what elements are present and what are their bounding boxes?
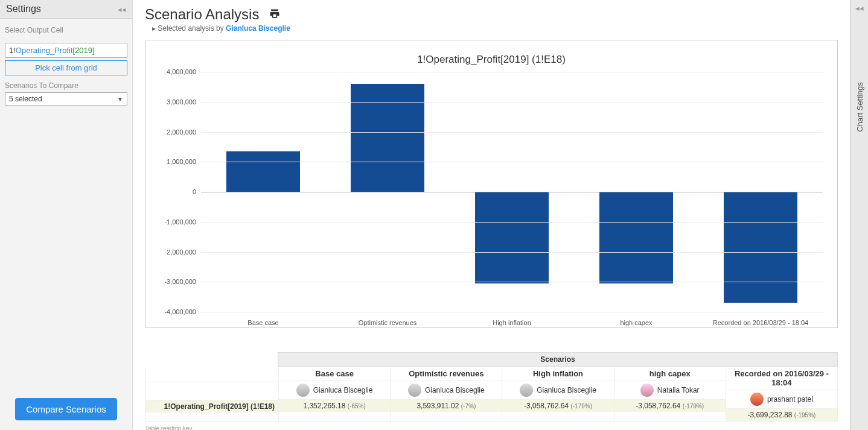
cell-ref-year: [2019]: [73, 46, 95, 55]
chart-settings-label[interactable]: Chart Settings: [855, 82, 864, 131]
gridline: [201, 132, 823, 133]
y-axis-label: 2,000,000: [154, 128, 196, 136]
user-name: Gianluca Bisceglie: [425, 386, 485, 394]
scenario-column: Optimistic revenuesGianluca Bisceglie3,5…: [390, 367, 502, 421]
gridline: [201, 282, 823, 282]
sidebar-body: Select Output Cell 1!Operating_Profit[20…: [0, 19, 132, 388]
scenarios-select-value: 5 selected: [9, 95, 42, 103]
page-title: Scenario Analysis: [145, 6, 259, 23]
user-name: Natalia Tokar: [657, 386, 700, 394]
column-user: Natalia Tokar: [614, 381, 726, 400]
gridline: [201, 162, 823, 162]
pct-change: (-65%): [348, 403, 366, 409]
y-axis-label: 1,000,000: [154, 158, 196, 165]
y-axis-label: 3,000,000: [154, 98, 196, 106]
sidebar-header: Settings ◂◂: [0, 0, 132, 19]
user-name: prashant patel: [767, 395, 813, 403]
subtitle-prefix: Selected analysis by: [158, 24, 223, 33]
cell-ref-name: Operating_Profit: [16, 46, 73, 55]
y-axis-label: -2,000,000: [154, 248, 196, 256]
y-axis-label: 4,000,000: [154, 68, 196, 75]
scenarios-select[interactable]: 5 selected ▼: [5, 92, 127, 106]
user-name: Gianluca Bisceglie: [537, 386, 596, 394]
bar[interactable]: [724, 192, 797, 303]
avatar: [640, 384, 654, 397]
chart-container: 1!Operating_Profit[2019] (1!E18) Base ca…: [145, 40, 838, 328]
column-header: High inflation: [502, 367, 613, 381]
row-label: 1!Operating_Profit[2019] (1!E18): [145, 400, 278, 413]
user-name: Gianluca Bisceglie: [313, 386, 373, 394]
column-header: Recorded on 2016/03/29 - 18:04: [726, 367, 837, 390]
column-header: high capex: [614, 367, 726, 381]
sidebar-title: Settings: [6, 4, 41, 14]
gridline: [201, 252, 823, 253]
scenario-column: High inflationGianluca Bisceglie-3,058,7…: [502, 367, 613, 421]
cell-ref-prefix: 1!: [9, 46, 16, 55]
scenario-table: Scenarios 1!Operating_Profit[2019] (1!E1…: [145, 352, 838, 430]
right-rail: ◂◂ Chart Settings: [850, 0, 868, 430]
y-axis-label: -3,000,000: [154, 278, 196, 285]
column-value: -3,058,762.64 (-179%): [614, 400, 726, 412]
sidebar-footer: Compare Scenarios: [0, 388, 132, 430]
subtitle: ▸ Selected analysis by Gianluca Biscegli…: [152, 24, 838, 33]
compare-scenarios-button[interactable]: Compare Scenarios: [15, 398, 117, 420]
print-icon[interactable]: [269, 8, 281, 22]
output-cell-label: Select Output Cell: [5, 26, 127, 34]
y-axis-label: -4,000,000: [154, 308, 196, 315]
x-axis-label: Base case: [247, 319, 278, 326]
column-user: prashant patel: [726, 390, 837, 409]
output-cell-input[interactable]: 1!Operating_Profit[2019]: [5, 43, 127, 58]
table-footnote: Table reading key: [145, 425, 838, 430]
avatar: [750, 393, 764, 406]
author-link[interactable]: Gianluca Bisceglie: [226, 24, 290, 33]
column-value: -3,058,762.64 (-179%): [502, 400, 613, 412]
column-value: -3,699,232.88 (-195%): [726, 409, 837, 421]
gridline: [201, 72, 823, 72]
pct-change: (-179%): [683, 403, 704, 409]
row-header-column: 1!Operating_Profit[2019] (1!E18): [145, 367, 278, 421]
column-user: Gianluca Bisceglie: [279, 381, 390, 400]
chevron-down-icon: ▼: [117, 96, 123, 103]
x-axis-label: Recorded on 2016/03/29 - 18:04: [713, 319, 808, 326]
scenarios-header: Scenarios: [278, 352, 838, 367]
scenario-column: high capexNatalia Tokar-3,058,762.64 (-1…: [614, 367, 726, 421]
avatar: [408, 384, 421, 397]
bar[interactable]: [226, 151, 300, 192]
column-header: Base case: [279, 367, 390, 381]
gridline: [201, 222, 823, 223]
data-columns: Base caseGianluca Bisceglie1,352,265.18 …: [278, 367, 837, 421]
sidebar: Settings ◂◂ Select Output Cell 1!Operati…: [0, 0, 133, 430]
title-row: Scenario Analysis: [145, 6, 838, 23]
x-axis-label: Optimistic revenues: [359, 319, 417, 326]
main-content: Scenario Analysis ▸ Selected analysis by…: [133, 0, 850, 430]
column-value: 3,593,911.02 (-7%): [391, 400, 502, 412]
gridline: [201, 312, 823, 312]
bar[interactable]: [599, 192, 673, 283]
gridline: [201, 102, 823, 103]
x-axis-label: High inflation: [493, 319, 531, 326]
x-axis-label: high capex: [620, 319, 652, 326]
scenario-column: Recorded on 2016/03/29 - 18:04prashant p…: [726, 367, 837, 421]
collapse-sidebar-icon[interactable]: ◂◂: [118, 5, 126, 14]
expand-rail-icon[interactable]: ◂◂: [850, 0, 868, 13]
avatar: [520, 384, 533, 397]
column-user: Gianluca Bisceglie: [391, 381, 502, 400]
column-user: Gianluca Bisceglie: [502, 381, 613, 400]
y-axis-label: 0: [154, 188, 196, 195]
scenarios-compare-label: Scenarios To Compare: [5, 81, 127, 90]
avatar: [296, 384, 310, 397]
pct-change: (-179%): [570, 403, 592, 409]
y-axis-label: -1,000,000: [154, 218, 196, 226]
bar[interactable]: [475, 192, 549, 283]
chart-plot-area: Base caseOptimistic revenuesHigh inflati…: [201, 72, 823, 312]
column-header: Optimistic revenues: [391, 367, 502, 381]
gridline: [201, 192, 823, 192]
pct-change: (-7%): [461, 403, 476, 409]
pick-cell-button[interactable]: Pick cell from grid: [5, 60, 127, 75]
chart-title: 1!Operating_Profit[2019] (1!E18): [148, 54, 835, 66]
scenario-column: Base caseGianluca Bisceglie1,352,265.18 …: [278, 367, 390, 421]
column-value: 1,352,265.18 (-65%): [279, 400, 390, 412]
pct-change: (-195%): [794, 412, 816, 419]
bar[interactable]: [351, 84, 424, 192]
